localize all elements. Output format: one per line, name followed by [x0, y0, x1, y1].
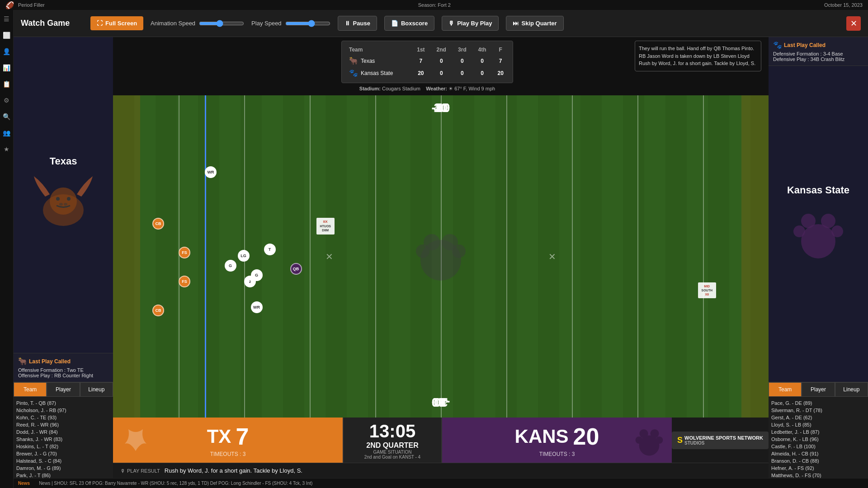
svg-point-15	[656, 436, 663, 444]
sidebar-menu-icon[interactable]: ☰	[2, 14, 11, 23]
yard-num: 10	[434, 101, 448, 115]
svg-point-10	[452, 244, 466, 258]
app-icon: 🏈	[5, 1, 14, 9]
texas-roster-panel: Team Player Lineup Pinto, T. - QB (87)Ni…	[14, 382, 113, 478]
svg-point-9	[416, 244, 429, 258]
texas-logo	[32, 172, 95, 235]
roster-item: Lloyd, S. - LB (85)	[771, 421, 865, 428]
kstate-lineup-tab[interactable]: Lineup	[835, 382, 868, 397]
sidebar-settings-icon[interactable]: ⚙	[2, 96, 11, 105]
player-qb[interactable]: QB	[290, 263, 302, 275]
yard-line	[506, 95, 507, 418]
animation-speed-label: Animation Speed	[151, 20, 195, 27]
pause-button[interactable]: ⏸ Pause	[338, 16, 377, 31]
football-field: -10 -20 -30 -40 -50 40 30 20 10 -1	[113, 95, 769, 418]
texas-roster-list: Pinto, T. - QB (87)Nicholson, J. - RB (9…	[14, 397, 113, 478]
news-ticker: News News | SHOU: SFL 23 Off POG: Barry …	[14, 478, 868, 488]
player-fs-left[interactable]: FS	[179, 247, 190, 258]
player-lg[interactable]: LG	[238, 250, 250, 262]
roster-item: Nicholson, J. - RB (97)	[16, 407, 110, 414]
tx-abbr: TX	[207, 426, 231, 447]
play-speed-group: Play Speed	[251, 20, 330, 27]
svg-point-18	[821, 214, 835, 228]
roster-item: Pinto, T. - QB (87)	[16, 399, 110, 407]
game-clock: 13:05 2ND QUARTER GAME SITUATION 2nd and…	[343, 418, 442, 463]
tx-bg-logo	[118, 422, 154, 458]
animation-speed-slider[interactable]	[199, 20, 244, 27]
offense-play: Offensive Play : RB Counter Right	[18, 373, 108, 378]
news-content: News | SHOU: SFL 23 Off POG: Barry Navar…	[39, 481, 312, 486]
roster-item: Dodd, J. - WR (84)	[16, 428, 110, 436]
sidebar-user-icon[interactable]: 👤	[2, 47, 11, 56]
sidebar-people-icon[interactable]: 👥	[2, 128, 11, 137]
field-logo-midsouth: MID SOUTH XII	[698, 282, 717, 298]
texas-team-tab[interactable]: Team	[14, 382, 47, 397]
player-wr-top[interactable]: WR	[205, 166, 217, 178]
svg-point-14	[636, 436, 643, 444]
tx-score: 7	[236, 423, 249, 450]
player-cb-left[interactable]: CB	[152, 218, 164, 230]
app-title: Period Filler	[18, 2, 45, 8]
yard-line	[179, 95, 179, 418]
sidebar-list-icon[interactable]: 📋	[2, 80, 11, 89]
game-situation: 2nd and Goal on KANST - 4	[364, 455, 420, 460]
kstate-logo	[787, 201, 850, 264]
roster-item: Ledbetter, J. - LB (87)	[771, 428, 865, 436]
roster-item: Matthews, D. - FS (70)	[771, 472, 865, 478]
texas-lineup-tab[interactable]: Lineup	[80, 382, 113, 397]
sponsor-logo: S WOLVERINE SPORTS NETWORK STUDIOS	[672, 432, 769, 449]
sponsor-sub: STUDIOS	[684, 441, 763, 446]
sidebar-home-icon[interactable]: ⬜	[2, 31, 11, 40]
yard-line	[310, 95, 311, 418]
texas-player-tab[interactable]: Player	[47, 382, 80, 397]
roster-item: Gerst, A. - DE (62)	[771, 414, 865, 421]
stadium-info: Stadium: Cougars Stadium Weather: ☀ 67° …	[359, 86, 495, 92]
boxscore-button[interactable]: 📄 Boxscore	[384, 16, 434, 31]
svg-point-1	[50, 188, 77, 215]
pause-icon: ⏸	[344, 20, 350, 27]
svg-point-13	[650, 429, 659, 438]
svg-point-4	[59, 203, 63, 206]
texas-team-name: Texas	[50, 155, 77, 167]
svg-point-20	[831, 225, 843, 237]
score-table: Team 1st 2nd 3rd 4th F	[341, 41, 513, 83]
yard-line	[703, 95, 704, 418]
player-t[interactable]: T	[264, 244, 276, 255]
play-speed-slider[interactable]	[285, 20, 330, 27]
sponsor-panel: S WOLVERINE SPORTS NETWORK STUDIOS	[672, 418, 769, 463]
roster-item: Castle, F. - LB (100)	[771, 443, 865, 450]
sidebar-star-icon[interactable]: ★	[2, 145, 11, 154]
texas-score-row: 🐂 Texas 7 0 0 0 7	[345, 55, 509, 67]
svg-point-12	[639, 429, 648, 438]
kstate-roster-panel: Team Player Lineup Pace, G. - DE (89)Sil…	[769, 382, 868, 478]
close-button[interactable]: ✕	[846, 16, 861, 31]
kstate-logo-area: Kansas State	[769, 66, 868, 382]
kstate-score-row: 🐾 Kansas State 20 0 0 0 20	[345, 67, 509, 79]
roster-item: Brewer, J. - G (70)	[16, 450, 110, 457]
field-logo-south-xii: IIX HTUOS DIIM	[316, 218, 335, 235]
situation-label: GAME SITUATION	[373, 450, 412, 455]
kstate-player-tab[interactable]: Player	[802, 382, 835, 397]
full-screen-button[interactable]: ⛶ Full Screen	[90, 16, 143, 30]
player-wr-bottom[interactable]: WR	[251, 301, 263, 313]
center-mark-left: ✕	[326, 251, 333, 262]
roster-item: Hoskins, L. - T (82)	[16, 443, 110, 450]
play-by-play-button[interactable]: 🎙 Play By Play	[442, 16, 499, 31]
svg-point-2	[56, 197, 60, 201]
svg-point-5	[64, 203, 67, 206]
yard-line	[572, 95, 573, 418]
player-g1[interactable]: G	[225, 260, 236, 272]
play-result-bar: 🎙 PLAY RESULT Rush by Word, J. for a sho…	[113, 463, 769, 478]
center-area: Team 1st 2nd 3rd 4th F	[113, 37, 769, 478]
sidebar-chart-icon[interactable]: 📊	[2, 63, 11, 72]
field-kstate-logo	[407, 222, 475, 291]
offense-formation: Offensive Formation : Two TE	[18, 367, 108, 373]
news-label: News	[18, 481, 30, 486]
sidebar-search-icon[interactable]: 🔍	[2, 112, 11, 121]
center-mark-right: ✕	[548, 251, 556, 262]
left-panel: Texas	[14, 37, 113, 478]
yard-line	[375, 95, 376, 418]
skip-quarter-button[interactable]: ⏭ Skip Quarter	[506, 16, 563, 31]
kstate-team-tab[interactable]: Team	[769, 382, 802, 397]
right-panel: 🐾 Last Play Called Defensive Formation :…	[769, 37, 868, 478]
